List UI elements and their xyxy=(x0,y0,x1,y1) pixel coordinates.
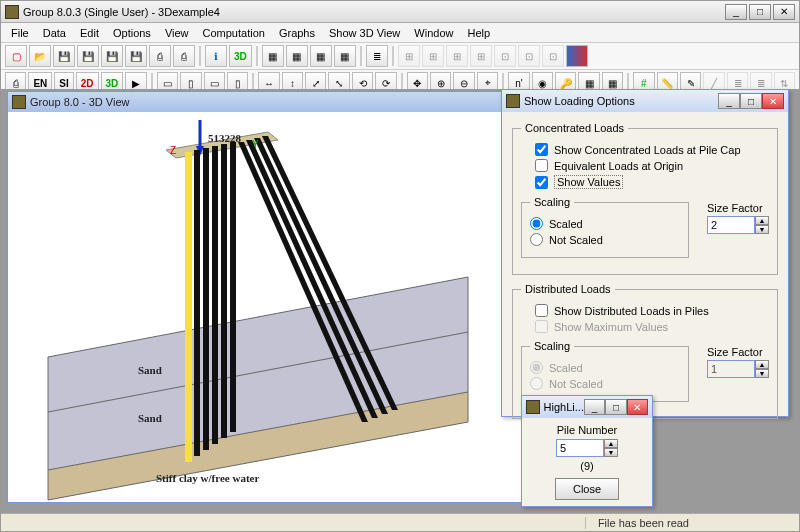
highlight-close-button[interactable]: Close xyxy=(555,478,619,500)
save2-icon[interactable]: 💾 xyxy=(101,45,123,67)
opt3-icon: ⊞ xyxy=(446,45,468,67)
layer-icon[interactable]: ≣ xyxy=(366,45,388,67)
notscaled-radio-2 xyxy=(530,377,543,390)
scaling-group-2: Scaling Scaled Not Scaled xyxy=(521,340,689,402)
loading-dlg-minimize[interactable]: _ xyxy=(718,93,740,109)
scaling-group-1: Scaling Scaled Not Scaled xyxy=(521,196,689,258)
grid2-icon[interactable]: ▦ xyxy=(286,45,308,67)
close-button[interactable]: ✕ xyxy=(773,4,795,20)
pile-number-label: Pile Number xyxy=(532,424,642,436)
dlg-icon xyxy=(506,94,520,108)
opt4-icon: ⊞ xyxy=(470,45,492,67)
3d-button[interactable]: 3D xyxy=(229,45,252,67)
loading-dlg-maximize[interactable]: □ xyxy=(740,93,762,109)
menu-window[interactable]: Window xyxy=(408,25,459,41)
show-max-checkbox xyxy=(535,320,548,333)
grid1-icon[interactable]: ▦ xyxy=(262,45,284,67)
svg-rect-13 xyxy=(194,150,200,456)
coord-label: 513228 xyxy=(208,132,242,144)
scaled-label-2: Scaled xyxy=(549,362,583,374)
show-max-label: Show Maximum Values xyxy=(554,321,668,333)
show-concentrated-checkbox[interactable] xyxy=(535,143,548,156)
highlight-dlg-titlebar[interactable]: HighLi... _ □ ✕ xyxy=(522,396,652,418)
loading-dlg-title: Show Loading Options xyxy=(524,95,635,107)
axis-y-label: Y xyxy=(252,139,259,150)
pile-number-input[interactable] xyxy=(556,439,604,457)
menu-graphs[interactable]: Graphs xyxy=(273,25,321,41)
menu-view[interactable]: View xyxy=(159,25,195,41)
axis-z-label: Z xyxy=(170,145,176,156)
app-titlebar: Group 8.0.3 (Single User) - 3Dexample4 _… xyxy=(1,1,799,23)
equiv-origin-checkbox[interactable] xyxy=(535,159,548,172)
opt1-icon: ⊞ xyxy=(398,45,420,67)
grid4-icon[interactable]: ▦ xyxy=(334,45,356,67)
minimize-button[interactable]: _ xyxy=(725,4,747,20)
status-message: File has been read xyxy=(585,517,701,529)
show-values-label: Show Values xyxy=(554,175,623,189)
mdi-icon xyxy=(12,95,26,109)
soil-layer-1-label: Sand xyxy=(138,364,162,376)
maximize-button[interactable]: □ xyxy=(749,4,771,20)
save-icon[interactable]: 💾 xyxy=(53,45,75,67)
save3-icon[interactable]: 💾 xyxy=(125,45,147,67)
show-concentrated-label: Show Concentrated Loads at Pile Cap xyxy=(554,144,741,156)
info-icon[interactable]: ℹ xyxy=(205,45,227,67)
menu-data[interactable]: Data xyxy=(37,25,72,41)
menu-computation[interactable]: Computation xyxy=(197,25,271,41)
scaling-legend-2: Scaling xyxy=(530,340,574,352)
highlight-dlg-close[interactable]: ✕ xyxy=(627,399,648,415)
sf2-down: ▼ xyxy=(755,369,769,378)
menu-options[interactable]: Options xyxy=(107,25,157,41)
toolbar-row-1: ▢ 📂 💾 💾 💾 💾 ⎙ ⎙ ℹ 3D ▦ ▦ ▦ ▦ ≣ ⊞ ⊞ ⊞ ⊞ ⊡… xyxy=(1,43,799,70)
show-loading-options-dialog: Show Loading Options _ □ ✕ Concentrated … xyxy=(501,89,789,417)
sizefactor-label-2: Size Factor xyxy=(707,346,769,358)
sf2-up: ▲ xyxy=(755,360,769,369)
notscaled-radio-1[interactable] xyxy=(530,233,543,246)
opt6-icon: ⊡ xyxy=(518,45,540,67)
mdi-workarea: Group 8.0 - 3D View _ □ ✕ xyxy=(1,89,799,513)
opt7-icon: ⊡ xyxy=(542,45,564,67)
grid3-icon[interactable]: ▦ xyxy=(310,45,332,67)
show-values-checkbox[interactable] xyxy=(535,176,548,189)
soil-layer-3-label: Stiff clay w/free water xyxy=(156,472,259,484)
print-icon[interactable]: ⎙ xyxy=(173,45,195,67)
menu-show3dview[interactable]: Show 3D View xyxy=(323,25,406,41)
loading-dlg-close[interactable]: ✕ xyxy=(762,93,784,109)
highlight-dlg-maximize[interactable]: □ xyxy=(605,399,626,415)
scaled-radio-1[interactable] xyxy=(530,217,543,230)
notscaled-label-1: Not Scaled xyxy=(549,234,603,246)
show-distributed-label: Show Distributed Loads in Piles xyxy=(554,305,709,317)
sf1-up[interactable]: ▲ xyxy=(755,216,769,225)
menu-help[interactable]: Help xyxy=(461,25,496,41)
highlight-dlg-icon xyxy=(526,400,540,414)
mdi-3d-title: Group 8.0 - 3D View xyxy=(30,96,129,108)
distributed-legend: Distributed Loads xyxy=(521,283,615,295)
loading-dlg-titlebar[interactable]: Show Loading Options _ □ ✕ xyxy=(502,90,788,112)
opt2-icon: ⊞ xyxy=(422,45,444,67)
app-title: Group 8.0.3 (Single User) - 3Dexample4 xyxy=(23,6,220,18)
app-icon xyxy=(5,5,19,19)
pile-down[interactable]: ▼ xyxy=(604,448,618,457)
sizefactor-input-1[interactable] xyxy=(707,216,755,234)
new-icon[interactable]: ▢ xyxy=(5,45,27,67)
open-icon[interactable]: 📂 xyxy=(29,45,51,67)
pile-up[interactable]: ▲ xyxy=(604,439,618,448)
svg-rect-17 xyxy=(230,142,236,432)
svg-rect-14 xyxy=(203,148,209,450)
highlight-dlg-minimize[interactable]: _ xyxy=(584,399,605,415)
pile-count-label: (9) xyxy=(532,460,642,472)
show-distributed-checkbox[interactable] xyxy=(535,304,548,317)
svg-rect-16 xyxy=(221,144,227,438)
color-icon[interactable] xyxy=(566,45,588,67)
sizefactor-input-2 xyxy=(707,360,755,378)
sf1-down[interactable]: ▼ xyxy=(755,225,769,234)
statusbar: File has been read xyxy=(1,513,799,531)
saveas-icon[interactable]: 💾 xyxy=(77,45,99,67)
svg-rect-15 xyxy=(212,146,218,444)
export-icon[interactable]: ⎙ xyxy=(149,45,171,67)
scaled-label-1: Scaled xyxy=(549,218,583,230)
soil-layer-2-label: Sand xyxy=(138,412,162,424)
equiv-origin-label: Equivalent Loads at Origin xyxy=(554,160,683,172)
menu-file[interactable]: File xyxy=(5,25,35,41)
menu-edit[interactable]: Edit xyxy=(74,25,105,41)
